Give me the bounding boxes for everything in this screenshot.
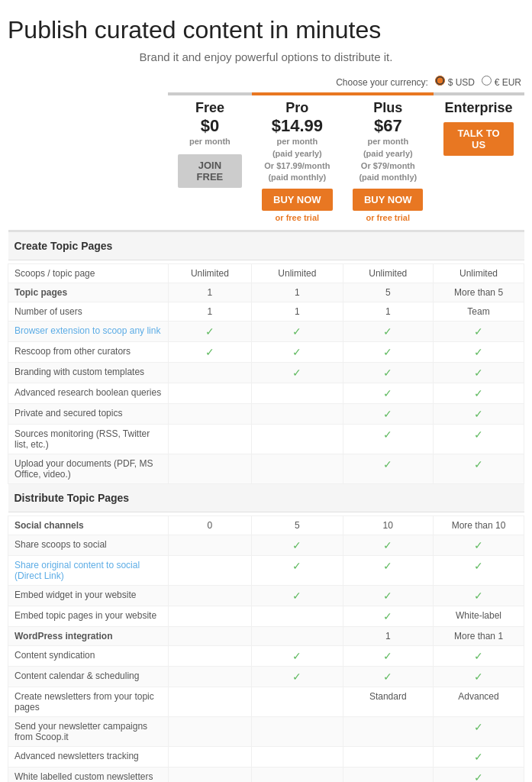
plan-plus-alt: Or $79/month(paid monthly) <box>359 161 417 182</box>
feature-value <box>168 717 252 747</box>
feature-value: ✓ <box>434 586 524 606</box>
feature-value <box>168 404 252 425</box>
currency-selector[interactable]: Choose your currency: $ USD € EUR <box>8 76 524 88</box>
feature-value: ✓ <box>252 363 343 383</box>
check-icon: ✓ <box>383 428 392 441</box>
section-title-0: Create Topic Pages <box>8 231 524 260</box>
feature-row: Browser extension to scoop any link✓✓✓✓ <box>8 322 524 342</box>
page-subtitle: Brand it and enjoy powerful options to d… <box>8 50 524 63</box>
feature-value: ✓ <box>343 556 434 586</box>
feature-value <box>168 606 252 627</box>
feature-value: 0 <box>168 516 252 535</box>
plus-free-trial-top[interactable]: or free trial <box>349 213 427 222</box>
feature-value: ✓ <box>434 425 524 454</box>
feature-row: Send your newsletter campaigns from Scoo… <box>8 717 524 747</box>
feature-value <box>252 404 343 425</box>
check-icon: ✓ <box>292 367 301 379</box>
feature-value: ✓ <box>252 586 343 606</box>
pricing-table-body: Create Topic PagesScoops / topic pageUnl… <box>8 231 524 782</box>
currency-eur-label[interactable]: € EUR <box>482 77 521 88</box>
feature-value: ✓ <box>343 535 434 556</box>
currency-eur-text: € EUR <box>495 77 521 88</box>
feature-row: Scoops / topic pageUnlimitedUnlimitedUnl… <box>8 264 524 283</box>
feature-value: ✓ <box>343 404 434 425</box>
currency-usd-radio[interactable] <box>435 76 445 86</box>
feature-value: ✓ <box>434 556 524 586</box>
feature-row: Embed topic pages in your website✓White-… <box>8 606 524 627</box>
feature-value: Unlimited <box>434 264 524 283</box>
page-title: Publish curated content in minutes <box>8 15 524 50</box>
feature-value <box>343 767 434 782</box>
feature-value <box>168 667 252 687</box>
feature-value: ✓ <box>252 556 343 586</box>
check-icon: ✓ <box>383 458 392 470</box>
feature-name: Advanced newsletters tracking <box>8 747 169 767</box>
section-title-1: Distribute Topic Pages <box>8 484 524 512</box>
feature-value <box>168 627 252 646</box>
feature-value: 5 <box>252 516 343 535</box>
feature-row: Share scoops to social✓✓✓ <box>8 535 524 556</box>
plan-enterprise-header: Enterprise TALK TO US <box>434 94 524 231</box>
feature-row: Branding with custom templates✓✓✓ <box>8 363 524 383</box>
feature-value <box>252 747 343 767</box>
feature-value <box>252 687 343 717</box>
plan-enterprise-name: Enterprise <box>440 100 518 116</box>
feature-value <box>252 383 343 404</box>
check-icon: ✓ <box>383 367 392 379</box>
feature-name: Topic pages <box>8 283 169 302</box>
check-icon: ✓ <box>292 539 301 551</box>
feature-value: ✓ <box>343 667 434 687</box>
feature-value: 1 <box>252 283 343 302</box>
feature-value: Standard <box>343 687 434 717</box>
feature-name: Advanced research boolean queries <box>8 383 169 404</box>
talk-to-us-button-top[interactable]: TALK TO US <box>443 122 514 156</box>
feature-name: Content calendar & scheduling <box>8 667 169 687</box>
feature-value: ✓ <box>252 646 343 667</box>
feature-value <box>343 717 434 747</box>
feature-value: Team <box>434 302 524 322</box>
currency-usd-label[interactable]: $ USD <box>435 77 477 88</box>
feature-row: Embed widget in your website✓✓✓ <box>8 586 524 606</box>
feature-row: WordPress integration1More than 1 <box>8 627 524 646</box>
feature-value: Unlimited <box>252 264 343 283</box>
plan-plus-header: Plus $67 per month(paid yearly) Or $79/m… <box>343 94 434 231</box>
check-icon: ✓ <box>474 408 483 420</box>
pricing-table: Free $0 per month JOIN FREE Pro $14.99 p… <box>8 92 524 782</box>
feature-col-header <box>8 94 169 231</box>
pro-free-trial-top[interactable]: or free trial <box>258 213 337 222</box>
currency-usd-text: $ USD <box>448 77 475 88</box>
plan-pro-alt: Or $17.99/month(paid monthly) <box>264 161 330 182</box>
feature-value <box>168 747 252 767</box>
feature-value: ✓ <box>343 363 434 383</box>
feature-value <box>168 383 252 404</box>
feature-row: Rescoop from other curators✓✓✓✓ <box>8 342 524 363</box>
feature-row: Sources monitoring (RSS, Twitter list, e… <box>8 425 524 454</box>
feature-name: Send your newsletter campaigns from Scoo… <box>8 717 169 747</box>
plan-plus-sub: per month(paid yearly) <box>349 136 427 160</box>
feature-value: More than 10 <box>434 516 524 535</box>
feature-row: Upload your documents (PDF, MS Office, v… <box>8 454 524 484</box>
feature-name: Number of users <box>8 302 169 322</box>
feature-value: ✓ <box>252 342 343 363</box>
buy-now-plus-button-top[interactable]: BUY NOW <box>353 189 423 211</box>
check-icon: ✓ <box>383 539 392 551</box>
feature-value: ✓ <box>434 383 524 404</box>
currency-eur-radio[interactable] <box>482 76 492 86</box>
check-icon: ✓ <box>383 560 392 572</box>
feature-value <box>168 535 252 556</box>
feature-value: 1 <box>343 627 434 646</box>
feature-value: ✓ <box>252 667 343 687</box>
join-free-button-top[interactable]: JOIN FREE <box>178 154 242 188</box>
feature-value: ✓ <box>343 646 434 667</box>
buy-now-pro-button-top[interactable]: BUY NOW <box>262 189 333 211</box>
check-icon: ✓ <box>205 346 214 358</box>
plan-free-price: $0 <box>174 116 246 136</box>
check-icon: ✓ <box>383 325 392 338</box>
feature-value: ✓ <box>434 717 524 747</box>
feature-name: Rescoop from other curators <box>8 342 169 363</box>
feature-value: ✓ <box>343 586 434 606</box>
feature-row: Topic pages115More than 5 <box>8 283 524 302</box>
feature-value: ✓ <box>343 383 434 404</box>
feature-value: ✓ <box>434 747 524 767</box>
check-icon: ✓ <box>474 539 483 551</box>
